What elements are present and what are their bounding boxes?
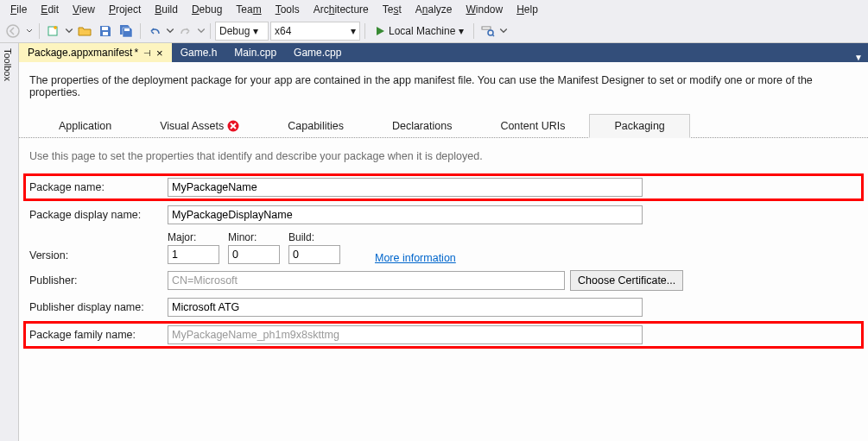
run-button[interactable]: Local Machine▾: [370, 22, 469, 41]
choose-certificate-button[interactable]: Choose Certificate...: [570, 270, 683, 291]
nav-fwd-button[interactable]: [24, 22, 35, 41]
label-publisher: Publisher:: [29, 274, 168, 287]
menu-build[interactable]: Build: [148, 2, 185, 17]
input-publisher-display-name[interactable]: [168, 298, 643, 317]
label-publisher-display-name: Publisher display name:: [29, 301, 168, 313]
input-package-family-name: [168, 325, 643, 344]
tab-game-cpp[interactable]: Game.cpp: [285, 43, 350, 62]
tab-overflow-button[interactable]: ▼: [849, 53, 868, 62]
menu-file[interactable]: File: [3, 2, 34, 17]
separator: [210, 23, 211, 39]
menu-test[interactable]: Test: [376, 2, 409, 17]
row-package-name: Package name:: [26, 176, 861, 198]
svg-rect-2: [102, 27, 108, 30]
navtab-capabilities[interactable]: Capabilities: [263, 114, 368, 137]
label-build: Build:: [288, 231, 340, 243]
row-version: Version: Major: Minor: Build: More infor…: [29, 231, 858, 264]
manifest-designer: The properties of the deployment package…: [19, 62, 868, 441]
navtab-declarations[interactable]: Declarations: [368, 114, 476, 137]
navtab-packaging[interactable]: Packaging: [589, 114, 689, 138]
link-more-info[interactable]: More information: [375, 252, 456, 264]
manifest-nav: Application Visual Assets Capabilities D…: [19, 114, 868, 138]
input-major[interactable]: [168, 245, 219, 264]
undo-dd[interactable]: [166, 22, 174, 41]
page-hint: Use this page to set the properties that…: [19, 138, 868, 176]
find-button[interactable]: [478, 22, 497, 41]
error-icon: [227, 120, 239, 132]
menu-team[interactable]: Team: [229, 2, 268, 17]
find-dd[interactable]: [499, 22, 508, 41]
svg-rect-4: [124, 28, 130, 31]
toolbar: Debug▾ x64▾ Local Machine▾: [0, 19, 868, 43]
menu-project[interactable]: Project: [102, 2, 148, 17]
label-version: Version:: [29, 249, 168, 264]
svg-rect-5: [482, 27, 491, 29]
navtab-application[interactable]: Application: [35, 114, 136, 137]
navtab-visual-assets[interactable]: Visual Assets: [136, 114, 263, 137]
separator: [364, 23, 365, 39]
redo-dd[interactable]: [197, 22, 206, 41]
packaging-form: Package name: Package display name: Vers…: [19, 176, 868, 346]
menu-edit[interactable]: Edit: [34, 2, 66, 17]
separator: [140, 23, 141, 39]
input-package-display-name[interactable]: [168, 205, 643, 224]
tab-game-h[interactable]: Game.h: [172, 43, 226, 62]
menu-analyze[interactable]: Analyze: [409, 2, 459, 17]
label-package-family-name: Package family name:: [29, 329, 168, 341]
input-build[interactable]: [288, 245, 340, 264]
svg-rect-3: [103, 32, 108, 35]
label-major: Major:: [168, 231, 219, 243]
label-minor: Minor:: [228, 231, 280, 243]
new-dd[interactable]: [65, 22, 73, 41]
close-icon[interactable]: ×: [156, 47, 163, 60]
redo-button[interactable]: [176, 22, 195, 41]
menu-debug[interactable]: Debug: [185, 2, 229, 17]
menu-help[interactable]: Help: [510, 2, 545, 17]
input-package-name[interactable]: [168, 178, 643, 197]
separator: [39, 23, 40, 39]
menu-window[interactable]: Window: [459, 2, 510, 17]
svg-point-0: [7, 25, 19, 37]
save-button[interactable]: [96, 22, 115, 41]
row-package-display-name: Package display name:: [29, 205, 858, 225]
page-description: The properties of the deployment package…: [19, 62, 868, 114]
save-all-button[interactable]: [117, 22, 136, 41]
navtab-content-uris[interactable]: Content URIs: [476, 114, 589, 137]
platform-dropdown[interactable]: x64▾: [270, 22, 360, 41]
menu-view[interactable]: View: [66, 2, 102, 17]
tab-package-manifest[interactable]: Package.appxmanifest* ⊣ ×: [19, 43, 172, 62]
config-dropdown[interactable]: Debug▾: [215, 22, 269, 41]
menu-tools[interactable]: Tools: [269, 2, 307, 17]
menubar: File Edit View Project Build Debug Team …: [0, 0, 868, 19]
open-button[interactable]: [75, 22, 94, 41]
label-package-display-name: Package display name:: [29, 209, 168, 221]
row-publisher-display-name: Publisher display name:: [29, 297, 858, 318]
undo-button[interactable]: [145, 22, 164, 41]
nav-back-button[interactable]: [3, 22, 22, 41]
new-project-button[interactable]: [44, 22, 63, 41]
toolbox-tab[interactable]: Toolbox: [0, 43, 16, 86]
tab-bar: Package.appxmanifest* ⊣ × Game.h Main.cp…: [19, 43, 868, 62]
menu-architecture[interactable]: Architecture: [307, 2, 376, 17]
separator: [473, 23, 474, 39]
row-publisher: Publisher: Choose Certificate...: [29, 270, 858, 291]
input-minor[interactable]: [228, 245, 280, 264]
sidebar: Toolbox: [0, 43, 19, 441]
pin-icon[interactable]: ⊣: [143, 48, 151, 58]
row-package-family-name: Package family name:: [26, 324, 861, 346]
input-publisher: [168, 271, 565, 290]
tab-main-cpp[interactable]: Main.cpp: [225, 43, 285, 62]
label-package-name: Package name:: [29, 181, 168, 193]
